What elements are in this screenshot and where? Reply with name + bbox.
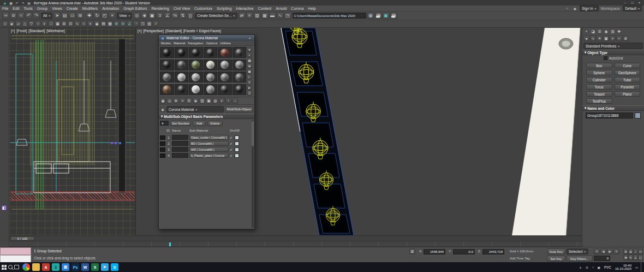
toolbar2-icon[interactable]: ◔ (133, 21, 139, 27)
tray-network-icon[interactable]: ≋ (585, 265, 589, 270)
material-sample-slot[interactable] (218, 60, 232, 70)
sub-material-button[interactable]: WD ( CoronaMtl ) (189, 147, 229, 152)
menu-item[interactable]: File (0, 5, 10, 11)
maximize-viewport-icon[interactable]: ◱ (638, 255, 643, 261)
material-sample-slot[interactable] (189, 60, 203, 70)
geometry-category-icon[interactable]: ● (583, 36, 589, 42)
taskbar-chrome-icon[interactable] (22, 263, 30, 271)
window-crossing-icon[interactable]: ⊞ (76, 12, 84, 19)
curve-editor-icon[interactable]: ∿ (277, 12, 284, 19)
start-button[interactable] (2, 265, 7, 270)
show-map-icon[interactable]: ◍ (212, 98, 218, 104)
toolbar2-icon[interactable]: ≈ (81, 21, 87, 27)
sub-material-enable-checkbox[interactable]: ✓ (230, 147, 234, 151)
taskbar-photos-icon[interactable]: ▣ (62, 263, 69, 271)
object-name-field[interactable]: Group18710113888 (586, 113, 633, 119)
material-editor-menu-item[interactable]: Utilities (219, 42, 231, 45)
object-type-button[interactable]: Cone (615, 63, 641, 68)
taskbar-word-icon[interactable]: W (81, 263, 89, 271)
selected-set-dropdown[interactable]: Selected (567, 249, 588, 255)
sub-material-color-swatch[interactable] (235, 147, 239, 152)
create-tab-icon[interactable]: + (583, 28, 589, 34)
taskbar-search-icon[interactable] (8, 265, 13, 269)
sub-material-count-field[interactable]: 4 (160, 121, 169, 126)
object-type-button[interactable]: GeoSphere (615, 70, 641, 75)
tray-shield-icon[interactable]: ▣ (597, 265, 601, 270)
select-by-material-icon[interactable]: ► (247, 85, 252, 90)
toolbar2-icon[interactable]: ◇ (2, 21, 8, 27)
helpers-category-icon[interactable]: ⌖ (610, 36, 616, 42)
menu-item[interactable]: Views (50, 5, 64, 11)
utilities-tab-icon[interactable]: ✚ (616, 28, 622, 34)
taskbar-autodesk-icon[interactable]: A (42, 263, 50, 271)
menu-item[interactable]: Create (64, 5, 80, 11)
go-to-parent-icon[interactable]: ↑ (225, 98, 231, 104)
toolbar2-icon[interactable]: ∿ (74, 21, 80, 27)
multi-sub-rollout-header[interactable]: ▾ Multi/Sub-Object Basic Parameters (159, 114, 254, 119)
toolbar2-icon[interactable]: ⊖ (120, 21, 126, 27)
add-button[interactable]: Add (193, 121, 206, 126)
material-sample-slot[interactable] (189, 72, 203, 82)
object-type-rollout-header[interactable]: ▾ Object Type (582, 50, 644, 55)
sub-material-enable-checkbox[interactable]: ✓ (230, 153, 234, 157)
y-coordinate-field[interactable]: -0,0 (453, 249, 475, 255)
material-sample-slot[interactable] (232, 84, 247, 95)
menu-item[interactable]: Help (306, 5, 318, 11)
current-frame-field[interactable]: 0 (594, 256, 610, 261)
material-sample-slot[interactable] (232, 72, 247, 82)
z-coordinate-field[interactable]: 2443,718 (482, 249, 504, 255)
go-to-start-button[interactable]: « (594, 249, 600, 255)
toolbar2-icon[interactable]: ◳ (140, 21, 146, 27)
redo-icon[interactable]: ↷ (20, 1, 26, 5)
rectangular-selection-icon[interactable]: ▭ (69, 12, 76, 19)
menu-item[interactable]: Edit (10, 5, 21, 11)
mirror-icon[interactable]: ⇄ (238, 12, 246, 19)
material-sample-slot[interactable] (189, 84, 203, 95)
material-sample-slot[interactable] (204, 72, 218, 82)
material-editor-close-icon[interactable]: × (246, 36, 253, 40)
tray-volume-icon[interactable]: ♪ (591, 265, 595, 270)
viewport-layout-tab-icon[interactable]: ◧ (1, 205, 7, 211)
make-unique-icon[interactable]: ◈ (193, 98, 199, 104)
toolbar2-icon[interactable]: ◉ (94, 21, 100, 27)
cameras-category-icon[interactable]: ▣ (603, 36, 609, 42)
select-by-name-icon[interactable]: ▤ (61, 12, 68, 19)
play-button[interactable]: ► (607, 249, 613, 255)
menu-item[interactable]: Animation (100, 5, 121, 11)
toolbar2-icon[interactable]: ▧ (146, 21, 152, 27)
taskbar-explorer-icon[interactable] (32, 263, 40, 271)
shapes-category-icon[interactable]: ∿ (590, 36, 596, 42)
sub-material-thumb[interactable] (160, 135, 165, 140)
material-sample-slot[interactable] (204, 60, 218, 70)
autogrid-checkbox[interactable] (604, 56, 607, 60)
menu-item[interactable]: Modifiers (80, 5, 100, 11)
reset-map-icon[interactable]: × (180, 98, 186, 104)
material-sample-slot[interactable] (218, 84, 232, 95)
undo-icon[interactable]: ↶ (14, 1, 20, 5)
sample-type-icon[interactable]: ● (247, 47, 252, 52)
align-icon[interactable]: ≡ (246, 12, 253, 19)
workspace-dropdown[interactable]: Default (623, 5, 642, 11)
key-filters-button[interactable]: Key Filters... (567, 256, 593, 262)
options-icon[interactable]: ≡ (247, 80, 252, 85)
front-viewport[interactable]: [+] [Front] [Standard] [Wireframe] (9, 28, 136, 235)
taskbar-telegram-icon[interactable]: ➤ (101, 263, 109, 271)
object-type-button[interactable]: TextPlus (586, 98, 612, 104)
x-coordinate-field[interactable]: 1558,945 (424, 249, 445, 255)
menu-item[interactable]: Interactive (234, 5, 255, 11)
material-sample-slot[interactable] (175, 72, 189, 82)
taskbar-photoshop-icon[interactable]: Ps (71, 263, 79, 271)
scene-explorer-icon[interactable]: ▥ (254, 12, 261, 19)
toolbar2-icon[interactable]: △ (22, 21, 28, 27)
toolbar2-icon[interactable]: □ (48, 21, 54, 27)
material-sample-slot[interactable] (160, 72, 174, 82)
search-icon[interactable]: ⌕ (564, 6, 570, 11)
material-name-dropdown[interactable]: Corona Material (166, 106, 224, 113)
track-bar[interactable] (9, 241, 582, 247)
project-folder-icon[interactable]: ▤ (26, 1, 32, 5)
menu-item[interactable]: Content (256, 5, 274, 11)
viewport-shading-label[interactable]: [Facets + Edged Faces] (183, 29, 221, 33)
material-sample-slot[interactable] (204, 84, 218, 95)
sub-material-enable-checkbox[interactable]: ✓ (230, 135, 234, 139)
material-editor-menu-item[interactable]: Material (172, 42, 186, 45)
